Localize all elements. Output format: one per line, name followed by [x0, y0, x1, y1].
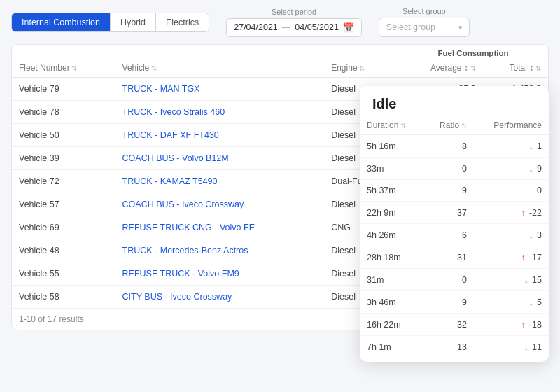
arrow-down-icon: ↓ — [529, 163, 534, 174]
arrow-down-icon: ↓ — [524, 274, 529, 285]
idle-cell-duration: 7h 1m — [360, 336, 424, 358]
idle-table-row: 5h 37m 9 0 — [360, 180, 549, 202]
cell-fleet: Vehicle 39 — [12, 147, 115, 170]
tab-electrics[interactable]: Electrics — [156, 13, 209, 31]
group-select-container: Select group — [379, 18, 470, 37]
idle-cell-performance: ↓ 3 — [474, 224, 549, 246]
period-to: 04/05/2021 — [295, 22, 339, 32]
period-input[interactable]: 27/04/2021 — 04/05/2021 📅 — [226, 18, 362, 37]
idle-col-performance[interactable]: Performance — [474, 118, 549, 135]
idle-table: Duration Ratio Performance 5h 16m 8 ↓ 1 … — [360, 118, 549, 358]
tab-group: Internal Combustion Hybrid Electrics — [11, 13, 209, 32]
idle-cell-duration: 22h 9m — [360, 202, 424, 224]
cell-fleet: Vehicle 72 — [12, 170, 115, 193]
cell-vehicle[interactable]: REFUSE TRUCK - Volvo FM9 — [115, 262, 325, 286]
cell-vehicle[interactable]: REFUSE TRUCK CNG - Volvo FE — [115, 216, 325, 239]
idle-cell-duration: 16h 22m — [360, 314, 424, 336]
arrow-down-icon: ↓ — [529, 141, 534, 151]
idle-table-row: 33m 0 ↓ 9 — [360, 158, 549, 180]
main-area: Fuel Consumption Fleet Number Vehicle En… — [11, 44, 549, 330]
idle-cell-performance: ↓ 1 — [474, 135, 549, 158]
idle-cell-performance: ↑ -18 — [474, 314, 549, 336]
cell-vehicle[interactable]: TRUCK - DAF XF FT430 — [115, 124, 325, 147]
cell-fleet: Vehicle 48 — [12, 239, 115, 262]
calendar-icon: 📅 — [343, 22, 354, 33]
arrow-up-icon: ↑ — [521, 207, 526, 218]
idle-cell-ratio: 6 — [424, 224, 474, 246]
cell-vehicle[interactable]: TRUCK - Iveco Stralis 460 — [115, 101, 325, 124]
period-label: Select period — [272, 8, 316, 16]
arrow-down-icon: ↓ — [529, 297, 534, 307]
tab-hybrid[interactable]: Hybrid — [111, 13, 156, 31]
idle-cell-performance: ↓ 11 — [474, 336, 549, 358]
idle-cell-duration: 5h 37m — [360, 180, 424, 202]
arrow-down-icon: ↓ — [524, 342, 529, 352]
arrow-down-icon: ↓ — [529, 230, 534, 240]
perf-value: 15 — [532, 275, 542, 285]
idle-cell-ratio: 9 — [424, 180, 474, 202]
idle-table-row: 22h 9m 37 ↑ -22 — [360, 202, 549, 224]
top-controls: Internal Combustion Hybrid Electrics Sel… — [11, 7, 549, 37]
idle-col-duration[interactable]: Duration — [360, 118, 424, 135]
perf-value: -18 — [529, 320, 542, 330]
col-total[interactable]: Total ↕ — [483, 59, 548, 78]
cell-vehicle[interactable]: TRUCK - KAMAZ T5490 — [115, 170, 325, 193]
idle-cell-duration: 5h 16m — [360, 135, 424, 158]
perf-value: -17 — [529, 253, 542, 262]
idle-cell-ratio: 31 — [424, 246, 474, 269]
idle-title: Idle — [360, 86, 549, 118]
idle-cell-duration: 31m — [360, 269, 424, 291]
idle-cell-ratio: 0 — [424, 269, 474, 291]
page-wrapper: Internal Combustion Hybrid Electrics Sel… — [0, 0, 560, 392]
col-average[interactable]: Average ↕ — [398, 59, 483, 78]
idle-cell-ratio: 0 — [424, 158, 474, 180]
idle-table-row: 5h 16m 8 ↓ 1 — [360, 135, 549, 158]
perf-value: 11 — [532, 342, 542, 352]
arrow-up-icon: ↑ — [521, 252, 526, 262]
idle-cell-performance: ↓ 5 — [474, 291, 549, 314]
idle-table-row: 16h 22m 32 ↑ -18 — [360, 314, 549, 336]
group-label: Select group — [402, 7, 446, 15]
idle-table-row: 3h 46m 9 ↓ 5 — [360, 291, 549, 314]
idle-table-row: 31m 0 ↓ 15 — [360, 269, 549, 291]
idle-cell-duration: 28h 18m — [360, 246, 424, 269]
idle-cell-performance: ↓ 9 — [474, 158, 549, 180]
idle-cell-ratio: 9 — [424, 291, 474, 314]
idle-cell-duration: 4h 26m — [360, 224, 424, 246]
cell-fleet: Vehicle 58 — [12, 286, 115, 309]
cell-vehicle[interactable]: TRUCK - Mercedes-Benz Actros — [115, 239, 325, 262]
idle-cell-performance: ↑ -22 — [474, 202, 549, 224]
cell-fleet: Vehicle 57 — [12, 193, 115, 216]
period-group: Select period 27/04/2021 — 04/05/2021 📅 — [226, 8, 362, 37]
idle-cell-performance: 0 — [474, 180, 549, 202]
cell-vehicle[interactable]: COACH BUS - Volvo B12M — [115, 147, 325, 170]
idle-table-row: 4h 26m 6 ↓ 3 — [360, 224, 549, 246]
cell-fleet: Vehicle 55 — [12, 262, 115, 286]
idle-cell-ratio: 8 — [424, 135, 474, 158]
idle-popup: Idle Duration Ratio Performance 5h 16m 8… — [360, 86, 549, 362]
col-engine[interactable]: Engine — [324, 59, 398, 78]
period-from: 27/04/2021 — [234, 22, 278, 32]
cell-vehicle[interactable]: CITY BUS - Iveco Crossway — [115, 286, 325, 309]
idle-cell-ratio: 32 — [424, 314, 474, 336]
idle-cell-performance: ↓ 15 — [474, 269, 549, 291]
perf-value: -22 — [529, 208, 542, 218]
idle-cell-duration: 33m — [360, 158, 424, 180]
group-select-wrapper: Select group Select group — [379, 7, 470, 37]
tab-internal-combustion[interactable]: Internal Combustion — [12, 13, 111, 31]
col-vehicle[interactable]: Vehicle — [115, 59, 325, 78]
fuel-consumption-header: Fuel Consumption — [398, 45, 548, 59]
cell-fleet: Vehicle 79 — [12, 78, 115, 101]
col-fleet[interactable]: Fleet Number — [12, 59, 115, 78]
cell-vehicle[interactable]: TRUCK - MAN TGX — [115, 78, 325, 101]
idle-cell-ratio: 13 — [424, 336, 474, 358]
perf-value: 1 — [537, 141, 542, 151]
idle-table-row: 7h 1m 13 ↓ 11 — [360, 336, 549, 358]
cell-fleet: Vehicle 69 — [12, 216, 115, 239]
perf-value: 3 — [537, 230, 542, 240]
cell-vehicle[interactable]: COACH BUS - Iveco Crossway — [115, 193, 325, 216]
idle-cell-ratio: 37 — [424, 202, 474, 224]
group-select[interactable]: Select group — [379, 18, 470, 37]
idle-col-ratio[interactable]: Ratio — [424, 118, 474, 135]
perf-value: 5 — [537, 298, 542, 307]
